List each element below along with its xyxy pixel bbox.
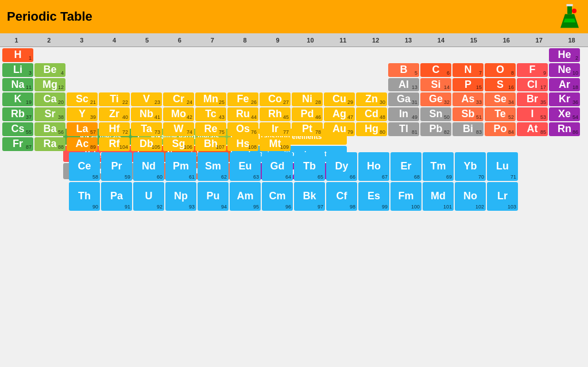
element-N[interactable]: N7 [452, 63, 483, 77]
element-Bh[interactable]: Bh107 [195, 137, 226, 151]
element-Ti[interactable]: Ti22 [99, 92, 130, 106]
element-Fe[interactable]: Fe26 [227, 92, 258, 106]
element-Np[interactable]: Np93 [165, 182, 196, 211]
element-Cu[interactable]: Cu29 [324, 92, 355, 106]
element-U[interactable]: U92 [133, 182, 164, 211]
element-Ge[interactable]: Ge32 [420, 92, 451, 106]
element-Y[interactable]: Y39 [67, 107, 98, 121]
element-Rf[interactable]: Rf104 [99, 137, 130, 151]
element-Bk[interactable]: Bk97 [294, 182, 325, 211]
element-Tm[interactable]: Tm69 [423, 152, 454, 181]
element-Md[interactable]: Md101 [423, 182, 454, 211]
element-Pb[interactable]: Pb82 [420, 122, 451, 136]
element-Sg[interactable]: Sg106 [163, 137, 194, 151]
element-I[interactable]: I53 [517, 107, 548, 121]
element-Kr[interactable]: Kr36 [549, 92, 580, 106]
element-Sr[interactable]: Sr38 [34, 107, 65, 121]
element-H[interactable]: H1 [2, 48, 33, 62]
element-Nd[interactable]: Nd60 [133, 152, 164, 181]
element-Os[interactable]: Os76 [227, 122, 258, 136]
element-Sm[interactable]: Sm62 [198, 152, 229, 181]
element-Cs[interactable]: Cs55 [2, 122, 33, 136]
element-S[interactable]: S16 [485, 78, 516, 92]
element-Am[interactable]: Am95 [230, 182, 261, 211]
element-In[interactable]: In49 [388, 107, 419, 121]
element-No[interactable]: No102 [455, 182, 486, 211]
element-At[interactable]: At85 [517, 122, 548, 136]
element-Br[interactable]: Br35 [517, 92, 548, 106]
element-Pt[interactable]: Pt78 [292, 122, 323, 136]
element-Xe[interactable]: Xe54 [549, 107, 580, 121]
element-Zn[interactable]: Zn30 [356, 92, 387, 106]
element-Ca[interactable]: Ca20 [34, 92, 65, 106]
element-Hg[interactable]: Hg80 [356, 122, 387, 136]
element-Cf[interactable]: Cf98 [326, 182, 357, 211]
element-O[interactable]: O8 [485, 63, 516, 77]
element-Cr[interactable]: Cr24 [163, 92, 194, 106]
element-Dy[interactable]: Dy66 [326, 152, 357, 181]
element-Li[interactable]: Li3 [2, 63, 33, 77]
element-He[interactable]: He2 [549, 48, 580, 62]
element-Cl[interactable]: Cl17 [517, 78, 548, 92]
element-F[interactable]: F9 [517, 63, 548, 77]
element-Bi[interactable]: Bi83 [452, 122, 483, 136]
element-Mt[interactable]: Mt109 [260, 137, 291, 151]
element-Co[interactable]: Co27 [260, 92, 291, 106]
element-Fm[interactable]: Fm100 [390, 182, 421, 211]
element-Sn[interactable]: Sn50 [420, 107, 451, 121]
element-Po[interactable]: Po84 [485, 122, 516, 136]
element-Th[interactable]: Th90 [69, 182, 100, 211]
element-V[interactable]: V23 [131, 92, 162, 106]
element-Sc[interactable]: Sc21 [67, 92, 98, 106]
element-Cm[interactable]: Cm96 [262, 182, 293, 211]
element-Hf[interactable]: Hf72 [99, 122, 130, 136]
element-Tb[interactable]: Tb65 [294, 152, 325, 181]
element-Ac[interactable]: Ac89 [67, 137, 98, 151]
element-Tl[interactable]: Tl81 [388, 122, 419, 136]
element-Au[interactable]: Au79 [324, 122, 355, 136]
element-Pa[interactable]: Pa91 [101, 182, 132, 211]
element-Hs[interactable]: Hs108 [227, 137, 258, 151]
element-P[interactable]: P15 [452, 78, 483, 92]
element-Ta[interactable]: Ta73 [131, 122, 162, 136]
element-Cd[interactable]: Cd48 [356, 107, 387, 121]
element-Mo[interactable]: Mo42 [163, 107, 194, 121]
element-Mg[interactable]: Mg12 [34, 78, 65, 92]
element-Fr[interactable]: Fr87 [2, 137, 33, 151]
element-Ag[interactable]: Ag47 [324, 107, 355, 121]
element-C[interactable]: C6 [420, 63, 451, 77]
element-Ga[interactable]: Ga31 [388, 92, 419, 106]
element-Er[interactable]: Er68 [390, 152, 421, 181]
element-Pu[interactable]: Pu94 [198, 182, 229, 211]
element-Sb[interactable]: Sb51 [452, 107, 483, 121]
element-Yb[interactable]: Yb70 [455, 152, 486, 181]
element-Pd[interactable]: Pd46 [292, 107, 323, 121]
element-Ni[interactable]: Ni28 [292, 92, 323, 106]
element-Rh[interactable]: Rh45 [260, 107, 291, 121]
element-K[interactable]: K19 [2, 92, 33, 106]
element-Lu[interactable]: Lu71 [487, 152, 518, 181]
element-Zr[interactable]: Zr40 [99, 107, 130, 121]
element-Te[interactable]: Te52 [485, 107, 516, 121]
element-Be[interactable]: Be4 [34, 63, 65, 77]
element-Na[interactable]: Na11 [2, 78, 33, 92]
element-Si[interactable]: Si14 [420, 78, 451, 92]
element-Gd[interactable]: Gd64 [262, 152, 293, 181]
element-Lr[interactable]: Lr103 [487, 182, 518, 211]
element-Pr[interactable]: Pr59 [101, 152, 132, 181]
element-Re[interactable]: Re75 [195, 122, 226, 136]
element-Eu[interactable]: Eu63 [230, 152, 261, 181]
element-Ne[interactable]: Ne10 [549, 63, 580, 77]
element-Se[interactable]: Se34 [485, 92, 516, 106]
element-Rn[interactable]: Rn86 [549, 122, 580, 136]
element-B[interactable]: B5 [388, 63, 419, 77]
element-Ar[interactable]: Ar18 [549, 78, 580, 92]
element-Rb[interactable]: Rb37 [2, 107, 33, 121]
element-La[interactable]: La57 [67, 122, 98, 136]
element-Tc[interactable]: Tc43 [195, 107, 226, 121]
element-Ru[interactable]: Ru44 [227, 107, 258, 121]
element-Pm[interactable]: Pm61 [165, 152, 196, 181]
element-Nb[interactable]: Nb41 [131, 107, 162, 121]
element-Ce[interactable]: Ce58 [69, 152, 100, 181]
element-Ba[interactable]: Ba56 [34, 122, 65, 136]
